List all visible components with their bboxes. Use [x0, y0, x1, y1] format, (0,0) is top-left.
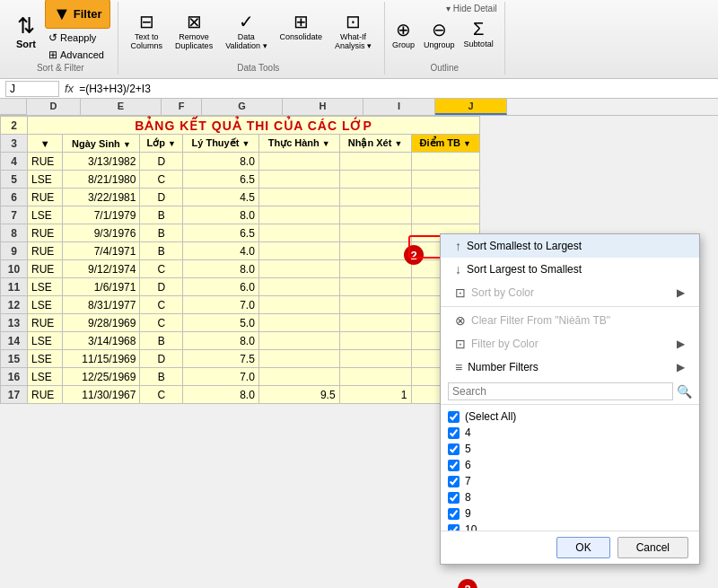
data-tools-group: ⊟ Text toColumns ⊠ RemoveDuplicates ✓ Da… — [118, 2, 385, 75]
sort-desc-icon: ↓ — [455, 262, 461, 276]
formula-content: =(H3+H3)/2+I3 — [79, 83, 713, 95]
clear-filter-icon: ⊗ — [455, 313, 466, 328]
check-item-6[interactable]: 6 — [448, 457, 692, 473]
text-to-columns-button[interactable]: ⊟ Text toColumns — [126, 7, 169, 54]
sort-largest-item[interactable]: ↓ Sort Largest to Smallest — [441, 258, 699, 281]
check-item-5[interactable]: 5 — [448, 441, 692, 457]
cancel-button[interactable]: Cancel — [617, 537, 688, 558]
title-row: 2 BẢNG KẾT QUẢ THI CỦA CÁC LỚP — [1, 117, 480, 135]
search-icon: 🔍 — [677, 384, 692, 399]
number-filter-icon: ≡ — [455, 360, 462, 374]
header-lop: Lớp ▼ — [140, 135, 183, 153]
sort-label: Sort — [16, 39, 36, 49]
search-input[interactable] — [448, 382, 673, 400]
check-item-4[interactable]: 4 — [448, 425, 692, 441]
search-container: 🔍 — [441, 379, 699, 405]
table-row: 4 RUE 3/13/1982 D 8.0 — [1, 153, 480, 171]
dropdown-footer: OK Cancel — [441, 531, 699, 564]
number-filters-item[interactable]: ≡ Number Filters ▶ — [441, 355, 699, 379]
check-item-7[interactable]: 7 — [448, 473, 692, 489]
group-button[interactable]: ⊕ Group — [389, 15, 418, 53]
table-row: 17 RUE 11/30/1967 C 8.0 9.5 1 10 — [1, 386, 480, 404]
advanced-button[interactable]: ⊞ Advanced — [45, 47, 110, 63]
filter-controls: ▼ Filter ↺ Reapply ⊞ Advanced — [45, 0, 110, 63]
outline-group: ▾ Hide Detail ⊕ Group ⊖ Ungroup Σ Subtot… — [385, 2, 505, 75]
col-header-h: H — [283, 99, 363, 115]
formula-bar: J fx =(H3+H3)/2+I3 — [0, 79, 718, 99]
table-row: 13 RUE 9/28/1969 C 5.0 — [1, 314, 480, 332]
sort-smallest-item[interactable]: ↑ Sort Smallest to Largest — [441, 234, 699, 258]
filter-arrow-d[interactable]: ▼ — [28, 135, 63, 153]
outline-buttons: ⊕ Group ⊖ Ungroup Σ Subtotal — [389, 15, 497, 53]
check-item-10[interactable]: 10 — [448, 522, 692, 531]
ungroup-button[interactable]: ⊖ Ungroup — [420, 15, 459, 53]
reapply-label: Reapply — [60, 32, 96, 43]
checkbox-8[interactable] — [448, 492, 460, 504]
reapply-button[interactable]: ↺ Reapply — [45, 30, 110, 46]
what-if-button[interactable]: ⊡ What-IfAnalysis ▾ — [329, 7, 377, 54]
checkbox-7[interactable] — [448, 476, 460, 487]
check-item-8[interactable]: 8 — [448, 489, 692, 505]
sort-button[interactable]: ⇅ Sort — [11, 10, 41, 53]
header-thuc-hanh: Thực Hành ▼ — [258, 135, 339, 153]
table-row: 16 LSE 12/25/1969 B 7.0 — [1, 368, 480, 386]
filter-by-color-item: ⊡ Filter by Color ▶ — [441, 332, 699, 355]
advanced-label: Advanced — [60, 49, 104, 60]
filter-dropdown: ↑ Sort Smallest to Largest ↓ Sort Larges… — [440, 233, 700, 565]
separator-1 — [441, 306, 699, 307]
filter-button[interactable]: ▼ Filter — [45, 0, 110, 29]
clear-filter-item: ⊗ Clear Filter From "Nièăm TB" — [441, 309, 699, 332]
col-header-e: E — [81, 99, 162, 115]
checkbox-9[interactable] — [448, 508, 460, 520]
table-row: 7 LSE 7/1/1979 B 8.0 — [1, 206, 480, 224]
fx-symbol: fx — [65, 82, 74, 95]
table-row: 11 LSE 1/6/1971 D 6.0 — [1, 278, 480, 296]
check-select-all[interactable]: (Select All) — [448, 408, 692, 425]
table-row: 6 RUE 3/22/1981 D 4.5 — [1, 189, 480, 206]
table-row: 8 RUE 9/3/1976 B 6.5 — [1, 224, 480, 242]
col-header-d: D — [27, 99, 81, 115]
col-header-g: G — [202, 99, 283, 115]
ok-button[interactable]: OK — [556, 537, 609, 558]
col-header-f: F — [162, 99, 202, 115]
sort-by-color-item: ⊡ Sort by Color ▶ — [441, 281, 699, 304]
checkbox-4[interactable] — [448, 427, 460, 439]
ribbon: ⇅ Sort ▼ Filter ↺ Reapply ⊞ Advanced Sor… — [0, 0, 718, 79]
column-headers: D E F G H I J — [0, 99, 718, 116]
checkbox-5[interactable] — [448, 443, 460, 455]
checkbox-10[interactable] — [448, 524, 460, 531]
header-ngay-sinh: Ngày Sinh ▼ — [63, 135, 140, 153]
check-item-9[interactable]: 9 — [448, 505, 692, 522]
data-validation-button[interactable]: ✓ DataValidation ▾ — [220, 7, 272, 54]
corner-cell — [0, 99, 27, 115]
badge-3: 3 — [458, 579, 477, 588]
remove-duplicates-button[interactable]: ⊠ RemoveDuplicates — [170, 7, 218, 54]
badge-2: 2 — [404, 245, 424, 265]
col-headers-row: 3 ▼ Ngày Sinh ▼ Lớp ▼ Lý Thuyết ▼ Thực H… — [1, 135, 480, 153]
sort-filter-group-label: Sort & Filter — [4, 63, 118, 73]
sort-filter-group: ⇅ Sort ▼ Filter ↺ Reapply ⊞ Advanced Sor… — [4, 2, 118, 75]
sort-asc-icon: ↑ — [455, 239, 461, 253]
table-row: 12 LSE 8/31/1977 C 7.0 — [1, 296, 480, 314]
hide-detail-btn[interactable]: ▾ Hide Detail — [389, 4, 497, 13]
header-diem-tb[interactable]: Điểm TB ▼ — [411, 135, 479, 153]
color-sort-icon: ⊡ — [455, 285, 466, 300]
filter-label: Filter — [74, 7, 102, 21]
spreadsheet-area: D E F G H I J 2 BẢNG KẾT QUẢ THI CỦA CÁC… — [0, 99, 718, 404]
consolidate-button[interactable]: ⊞ Consolidate — [275, 7, 328, 45]
outline-label: Outline — [385, 63, 504, 73]
data-tools-label: Data Tools — [126, 63, 391, 73]
checklist-container: (Select All) 4 5 6 7 8 — [441, 405, 699, 531]
subtotal-button[interactable]: Σ Subtotal — [460, 15, 497, 53]
table-row: 15 LSE 11/15/1969 D 7.5 — [1, 350, 480, 368]
cell-reference[interactable]: J — [5, 81, 59, 97]
checkbox-select-all[interactable] — [448, 411, 460, 423]
table-row: 5 LSE 8/21/1980 C 6.5 — [1, 171, 480, 189]
col-header-j: J — [435, 99, 507, 115]
col-header-i: I — [363, 99, 435, 115]
header-ly-thuyet: Lý Thuyết ▼ — [183, 135, 259, 153]
filter-color-icon: ⊡ — [455, 337, 466, 351]
table-row: 14 LSE 3/14/1968 B 8.0 — [1, 332, 480, 350]
checkbox-6[interactable] — [448, 460, 460, 471]
header-nhan-xet: Nhận Xét ▼ — [339, 135, 411, 153]
